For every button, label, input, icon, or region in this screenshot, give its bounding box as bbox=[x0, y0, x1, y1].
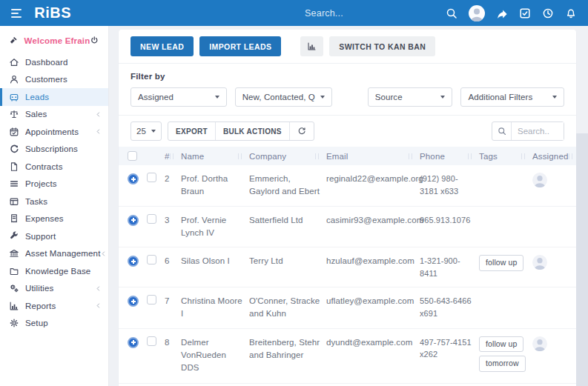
sidebar-item-reports[interactable]: Reports bbox=[0, 297, 108, 315]
tasks-icon[interactable] bbox=[519, 7, 531, 19]
lead-email: dyundt@example.com bbox=[326, 336, 420, 349]
lead-email: reginald22@example.org bbox=[326, 173, 420, 185]
gears-icon bbox=[9, 283, 19, 293]
page-size-select[interactable]: 25 bbox=[131, 122, 162, 141]
sort-icon bbox=[569, 153, 572, 159]
column-header-email[interactable]: Email bbox=[326, 147, 420, 165]
lead-email: hzulauf@example.com bbox=[326, 255, 420, 267]
lead-tags: follow up bbox=[479, 255, 532, 275]
filter-dropdown[interactable]: Source bbox=[368, 87, 453, 107]
top-bar: RiBS bbox=[0, 0, 588, 26]
power-icon[interactable] bbox=[90, 36, 99, 45]
table-search-input[interactable] bbox=[512, 122, 564, 140]
lead-name: Delmer VonRueden DDS bbox=[181, 336, 249, 375]
refresh-icon bbox=[297, 127, 306, 136]
caret-down-icon bbox=[320, 96, 325, 99]
search-icon[interactable] bbox=[446, 7, 457, 19]
sidebar-item-support[interactable]: Support bbox=[0, 227, 108, 245]
lead-phone: 965.913.1076 bbox=[420, 214, 479, 227]
sidebar-item-expenses[interactable]: Expenses bbox=[0, 210, 108, 228]
refresh-button[interactable] bbox=[289, 122, 314, 140]
sidebar-item-customers[interactable]: Customers bbox=[0, 71, 108, 89]
hamburger-menu-icon[interactable] bbox=[11, 9, 22, 18]
lead-name: Prof. Dortha Braun bbox=[181, 173, 249, 199]
expand-row-button[interactable] bbox=[128, 173, 139, 184]
bank-icon bbox=[9, 248, 19, 259]
sidebar-item-utilities[interactable]: Utilities bbox=[0, 280, 108, 298]
sort-icon bbox=[409, 153, 412, 159]
lead-phone: 497-757-4151 x262 bbox=[420, 336, 479, 361]
expand-row-button[interactable] bbox=[128, 296, 139, 307]
caret-down-icon bbox=[552, 96, 557, 99]
lead-company: Breitenberg, Stehr and Bahringer bbox=[249, 336, 326, 362]
person-icon bbox=[9, 74, 19, 84]
expand-row-button[interactable] bbox=[128, 337, 139, 348]
column-header-number[interactable]: # bbox=[165, 147, 181, 165]
column-header-name[interactable]: Name bbox=[181, 147, 249, 165]
column-header-tags[interactable]: Tags bbox=[479, 147, 532, 165]
gavel-icon bbox=[9, 36, 19, 45]
share-icon[interactable] bbox=[496, 7, 508, 19]
sidebar-item-tasks[interactable]: Tasks bbox=[0, 193, 108, 210]
table-body: 2 Prof. Dortha Braun Emmerich, Gaylord a… bbox=[119, 165, 576, 386]
filter-dropdown[interactable]: Additional Filters bbox=[460, 87, 564, 107]
export-button[interactable]: EXPORT bbox=[168, 122, 215, 140]
clock-icon[interactable] bbox=[542, 7, 554, 19]
chevron-left-icon bbox=[95, 302, 102, 309]
chart-icon bbox=[9, 301, 19, 311]
lines-icon bbox=[9, 179, 19, 189]
refresh-icon bbox=[9, 144, 19, 154]
sidebar-item-setup[interactable]: Setup bbox=[0, 315, 108, 333]
sidebar-item-asset-management[interactable]: Asset Management bbox=[0, 245, 108, 263]
filter-dropdown[interactable]: Assigned bbox=[131, 87, 227, 107]
lead-email: casimir93@example.com bbox=[326, 214, 420, 227]
user-avatar[interactable] bbox=[469, 5, 485, 21]
sidebar-item-contracts[interactable]: Contracts bbox=[0, 158, 108, 176]
sidebar-nav: Dashboard Customers Leads Sales Appointm… bbox=[0, 53, 108, 332]
row-checkbox[interactable] bbox=[147, 295, 156, 305]
sidebar-item-dashboard[interactable]: Dashboard bbox=[0, 53, 108, 71]
tag-pill: tomorrow bbox=[479, 356, 526, 372]
chevron-left-icon bbox=[95, 285, 102, 292]
table-scrollbar[interactable] bbox=[576, 133, 588, 386]
folder-icon bbox=[9, 266, 19, 276]
expand-row-button[interactable] bbox=[128, 215, 139, 226]
lead-name: Prof. Vernie Lynch IV bbox=[181, 214, 249, 240]
import-leads-button[interactable]: IMPORT LEADS bbox=[199, 36, 281, 56]
column-header-phone[interactable]: Phone bbox=[420, 147, 479, 165]
new-lead-button[interactable]: NEW LEAD bbox=[131, 36, 194, 56]
sidebar-item-knowledge-base[interactable]: Knowledge Base bbox=[0, 262, 108, 280]
welcome-label: Welcome Efrain bbox=[24, 36, 90, 45]
sidebar-item-sales[interactable]: Sales bbox=[0, 106, 108, 124]
filter-dropdown[interactable]: New, Contacted, Qualified, W bbox=[235, 87, 332, 107]
sidebar-item-leads[interactable]: Leads bbox=[0, 88, 108, 106]
row-checkbox[interactable] bbox=[147, 255, 156, 264]
lead-phone: 550-643-6466 x691 bbox=[420, 295, 479, 319]
lead-number: 6 bbox=[165, 255, 181, 267]
row-checkbox[interactable] bbox=[147, 336, 156, 346]
table-row: 2 Prof. Dortha Braun Emmerich, Gaylord a… bbox=[119, 165, 576, 207]
row-checkbox[interactable] bbox=[147, 214, 156, 224]
sidebar-item-subscriptions[interactable]: Subscriptions bbox=[0, 141, 108, 159]
expand-row-button[interactable] bbox=[128, 256, 139, 267]
select-all-checkbox[interactable] bbox=[128, 151, 137, 161]
bulk-actions-button[interactable]: BULK ACTIONS bbox=[215, 122, 289, 140]
global-search-input[interactable] bbox=[305, 8, 446, 19]
tag-pill: follow up bbox=[479, 255, 523, 271]
notifications-bell-icon[interactable] bbox=[565, 7, 577, 19]
assigned-avatar bbox=[532, 173, 547, 187]
chevron-left-icon bbox=[95, 111, 102, 118]
file-icon bbox=[9, 162, 19, 172]
lead-phone: (912) 980-3181 x633 bbox=[420, 173, 479, 197]
calendar-icon bbox=[9, 127, 19, 137]
switch-kanban-button[interactable]: SWITCH TO KAN BAN bbox=[329, 36, 435, 56]
column-header-company[interactable]: Company bbox=[249, 147, 326, 165]
row-checkbox[interactable] bbox=[147, 173, 156, 182]
chart-view-button[interactable] bbox=[300, 36, 323, 56]
column-header-assigned[interactable]: Assigned bbox=[532, 147, 580, 165]
search-icon bbox=[492, 122, 512, 140]
lead-name: Silas Olson I bbox=[181, 255, 249, 267]
sidebar-item-projects[interactable]: Projects bbox=[0, 176, 108, 193]
sidebar-item-appointments[interactable]: Appointments bbox=[0, 123, 108, 141]
table-row: 7 Christina Moore I O'Conner, Stracke an… bbox=[119, 287, 576, 329]
